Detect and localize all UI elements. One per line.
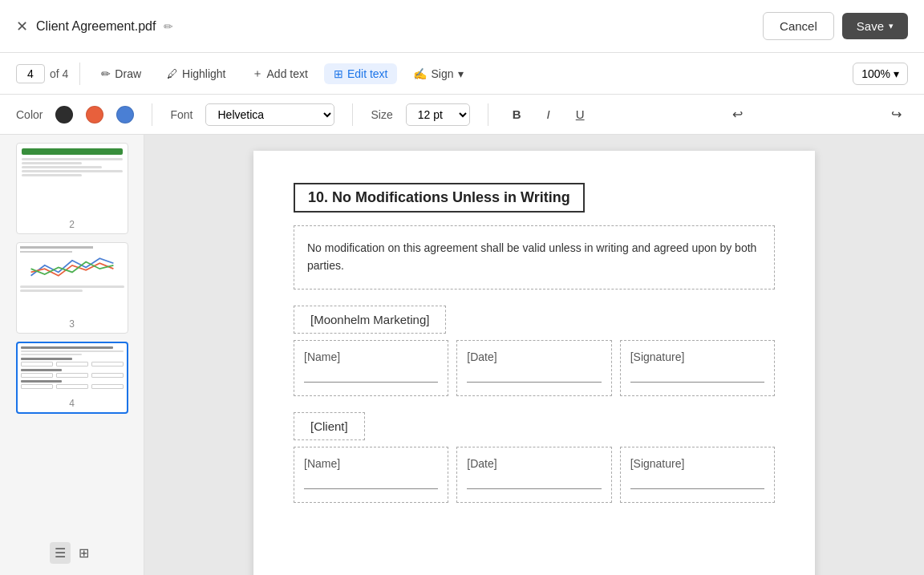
- font-select[interactable]: Helvetica Arial Times New Roman: [205, 103, 334, 126]
- draw-label: Draw: [115, 67, 141, 80]
- thumb-4-section-3: [21, 369, 124, 378]
- undo-button[interactable]: ↩: [726, 103, 749, 125]
- party1-date-box[interactable]: [Date]: [456, 340, 611, 396]
- highlight-label: Highlight: [182, 67, 225, 80]
- format-divider-2: [352, 103, 353, 126]
- thumb-4-content: [18, 343, 127, 395]
- body-text-block[interactable]: No modification on this agreement shall …: [294, 225, 775, 290]
- add-text-button[interactable]: ＋ Add text: [242, 63, 318, 85]
- thumb-2-header: [22, 148, 123, 155]
- page-number-input[interactable]: [16, 64, 45, 83]
- party2-name-box[interactable]: [Name]: [294, 447, 448, 503]
- format-bar: Color Font Helvetica Arial Times New Rom…: [0, 95, 924, 135]
- page-thumb-4[interactable]: 4: [16, 342, 128, 414]
- zoom-level: 100%: [861, 67, 890, 80]
- size-select[interactable]: 12 pt 10 pt 14 pt 16 pt 18 pt: [406, 103, 470, 126]
- party2-sig-label: [Signature]: [630, 457, 685, 470]
- party1-name-box[interactable]: [Name]: [294, 340, 448, 396]
- color-blue[interactable]: [116, 106, 134, 124]
- thumb-4-box-3: [91, 362, 124, 366]
- edit-text-label: Edit text: [347, 67, 388, 80]
- thumb-2-line-3: [22, 166, 103, 168]
- thumb-4-box-9: [91, 384, 124, 389]
- party2-section: [Client] [Name] [Date] [Signature]: [294, 412, 775, 503]
- thumb-3-num: 3: [17, 315, 128, 333]
- grid-view-button[interactable]: ⊞: [74, 542, 94, 564]
- header-left: ✕ Client Agreement.pdf ✏: [16, 18, 173, 35]
- thumb-4-section-1: [21, 346, 124, 355]
- zoom-chevron-icon: ▾: [894, 67, 899, 80]
- thumb-4-box-8: [56, 384, 88, 389]
- bold-button[interactable]: B: [506, 104, 528, 124]
- page-indicator: of 4: [16, 64, 68, 83]
- sidebar: 2 3: [0, 135, 144, 575]
- thumb-3-title: [20, 246, 93, 249]
- highlight-icon: 🖊: [167, 67, 178, 80]
- thumb-4-row-1: [21, 362, 124, 366]
- thumb-2-num: 2: [17, 216, 128, 233]
- thumb-4-title-2: [21, 358, 72, 360]
- cancel-button[interactable]: Cancel: [763, 12, 834, 40]
- party1-name[interactable]: [Moonhelm Marketing]: [294, 306, 446, 334]
- header-right: Cancel Save ▾: [763, 12, 908, 40]
- page-thumb-2[interactable]: 2: [16, 143, 128, 234]
- sign-label: Sign: [431, 67, 453, 80]
- italic-button[interactable]: I: [541, 104, 557, 124]
- font-label: Font: [170, 108, 192, 121]
- party2-sig-box[interactable]: [Signature]: [620, 447, 775, 503]
- color-black[interactable]: [55, 106, 73, 124]
- edit-text-icon: ⊞: [334, 67, 343, 80]
- thumb-4-line-1: [21, 350, 124, 352]
- party1-section: [Moonhelm Marketing] [Name] [Date] [Sign…: [294, 306, 775, 396]
- party2-date-label: [Date]: [467, 457, 496, 470]
- thumb-4-title-1: [21, 346, 113, 349]
- sign-icon: ✍: [413, 67, 427, 80]
- page-thumb-3[interactable]: 3: [16, 242, 128, 334]
- thumb-4-title-4: [21, 380, 62, 383]
- thumb-4-box-4: [21, 373, 53, 378]
- thumb-3-line-1: [20, 285, 124, 288]
- color-orange[interactable]: [86, 106, 103, 124]
- header: ✕ Client Agreement.pdf ✏ Cancel Save ▾: [0, 0, 924, 53]
- save-label: Save: [857, 19, 884, 33]
- page-total: of 4: [50, 67, 68, 80]
- list-view-button[interactable]: ☰: [50, 542, 71, 564]
- color-label: Color: [16, 108, 43, 121]
- main-layout: 2 3: [0, 135, 924, 575]
- party2-date-box[interactable]: [Date]: [456, 447, 611, 503]
- thumb-3-subtitle: [20, 251, 72, 253]
- thumb-4-title-3: [21, 369, 62, 371]
- thumb-4-box-2: [56, 362, 88, 366]
- sign-button[interactable]: ✍ Sign ▾: [403, 63, 472, 84]
- underline-button[interactable]: U: [569, 104, 591, 124]
- thumb-4-section-4: [21, 380, 124, 389]
- redo-button[interactable]: ↪: [885, 103, 908, 125]
- format-divider-3: [488, 103, 488, 126]
- sign-chevron-icon: ▾: [458, 67, 464, 80]
- highlight-button[interactable]: 🖊 Highlight: [157, 63, 235, 84]
- thumb-3-content: [17, 243, 128, 315]
- party1-sig-box[interactable]: [Signature]: [620, 340, 775, 396]
- thumb-4-section-2: [21, 358, 124, 366]
- edit-pencil-icon[interactable]: ✏: [164, 20, 173, 33]
- edit-text-button[interactable]: ⊞ Edit text: [324, 63, 398, 84]
- close-icon[interactable]: ✕: [16, 18, 28, 35]
- party1-sig-row: [Name] [Date] [Signature]: [294, 340, 775, 396]
- thumb-2-line-5: [22, 174, 83, 176]
- draw-button[interactable]: ✏ Draw: [91, 63, 151, 84]
- thumb-2-line-4: [22, 170, 123, 172]
- section-heading[interactable]: 10. No Modifications Unless in Writing: [294, 183, 585, 213]
- pdf-area: 10. No Modifications Unless in Writing N…: [144, 135, 924, 575]
- party1-name-label: [Name]: [304, 350, 340, 363]
- thumb-3-line-2: [20, 290, 83, 292]
- zoom-button[interactable]: 100% ▾: [853, 63, 908, 85]
- thumb-4-line-2: [21, 354, 83, 355]
- file-title: Client Agreement.pdf: [36, 19, 156, 34]
- size-label: Size: [371, 108, 392, 121]
- thumb-4-row-3: [21, 384, 124, 389]
- thumb-2-line-2: [22, 162, 83, 164]
- party1-sig-label: [Signature]: [630, 350, 685, 363]
- pdf-page: 10. No Modifications Unless in Writing N…: [253, 151, 815, 575]
- party2-name[interactable]: [Client]: [294, 412, 365, 440]
- save-button[interactable]: Save ▾: [842, 13, 908, 39]
